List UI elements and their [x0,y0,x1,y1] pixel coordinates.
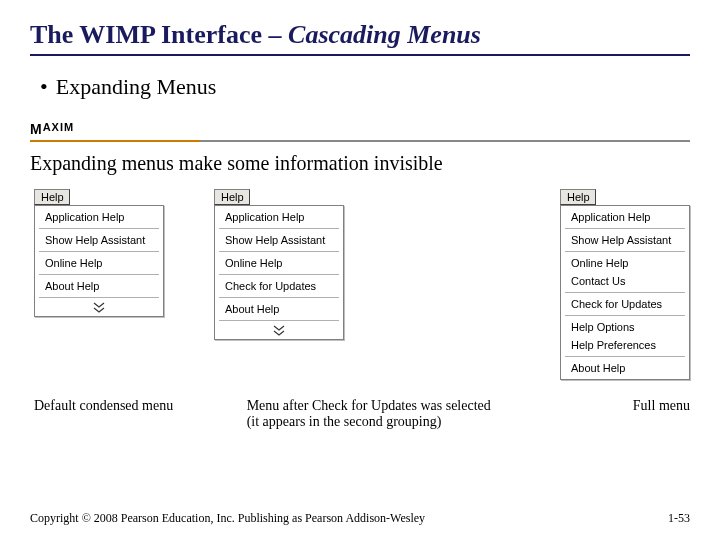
maxim-axim: AXIM [43,121,75,133]
menu-separator [39,228,159,229]
menu-separator [565,292,685,293]
menu-item[interactable]: Show Help Assistant [215,231,343,249]
bullet-dot-icon: • [40,74,48,99]
maxim-underline [30,140,690,142]
menu-separator [219,228,339,229]
menu-panel-partial: Application Help Show Help Assistant Onl… [214,205,344,340]
copyright-text: Copyright © 2008 Pearson Education, Inc.… [30,511,425,526]
slide-content: The WIMP Interface – Cascading Menus •Ex… [0,0,720,430]
menu-item[interactable]: Online Help [561,254,689,272]
title-text: The WIMP Interface – [30,20,288,49]
maxim-m: M [30,121,43,137]
bullet-expanding-menus: •Expanding Menus [40,74,690,100]
menu-item[interactable]: Application Help [215,208,343,226]
menu-separator [565,228,685,229]
menu-item[interactable]: Help Preferences [561,336,689,354]
menu-item[interactable]: Application Help [35,208,163,226]
menu-item[interactable]: About Help [35,277,163,295]
help-menu-button[interactable]: Help [214,189,250,205]
caption-full: Full menu [565,398,690,430]
chevron-down-double-icon [90,302,108,314]
menu-item[interactable]: About Help [215,300,343,318]
menu-separator [565,251,685,252]
menu-separator [219,320,339,321]
menu-separator [219,274,339,275]
caption-partial: Menu after Check for Updates was selecte… [247,398,535,430]
menu-column-2: Help Application Help Show Help Assistan… [214,189,344,340]
caption-default: Default condensed menu [34,398,217,430]
menu-item[interactable]: Check for Updates [561,295,689,313]
menu-separator [219,297,339,298]
menu-separator [565,315,685,316]
captions-row: Default condensed menu Menu after Check … [30,398,690,430]
maxim-text: Expanding menus make some information in… [30,152,690,175]
menu-separator [39,274,159,275]
menu-separator [565,356,685,357]
bullet-text: Expanding Menus [56,74,217,99]
expand-menu-button[interactable] [35,300,163,314]
maxim-label: MAXIM [30,121,74,137]
slide-footer: Copyright © 2008 Pearson Education, Inc.… [30,511,690,526]
chevron-down-double-icon [270,325,288,337]
help-menu-button[interactable]: Help [560,189,596,205]
menu-column-1: Help Application Help Show Help Assistan… [34,189,164,317]
page-number: 1-53 [668,511,690,526]
menu-item[interactable]: Contact Us [561,272,689,290]
menu-item[interactable]: Help Options [561,318,689,336]
menu-item[interactable]: Show Help Assistant [561,231,689,249]
caption-partial-line1: Menu after Check for Updates was selecte… [247,398,491,413]
menu-panel-condensed: Application Help Show Help Assistant Onl… [34,205,164,317]
help-menu-button[interactable]: Help [34,189,70,205]
menu-item[interactable]: Application Help [561,208,689,226]
menu-separator [39,297,159,298]
menu-item[interactable]: About Help [561,359,689,377]
caption-partial-line2: (it appears in the second grouping) [247,414,442,429]
menu-separator [39,251,159,252]
menu-item[interactable]: Online Help [215,254,343,272]
expand-menu-button[interactable] [215,323,343,337]
slide-title: The WIMP Interface – Cascading Menus [30,20,690,56]
menu-panel-full: Application Help Show Help Assistant Onl… [560,205,690,380]
menu-item[interactable]: Show Help Assistant [35,231,163,249]
menu-item[interactable]: Check for Updates [215,277,343,295]
menu-column-3: Help Application Help Show Help Assistan… [560,189,690,380]
menu-separator [219,251,339,252]
menus-row: Help Application Help Show Help Assistan… [30,189,690,380]
menu-item[interactable]: Online Help [35,254,163,272]
title-italic: Cascading Menus [288,20,481,49]
maxim-block: MAXIM Expanding menus make some informat… [30,120,690,175]
